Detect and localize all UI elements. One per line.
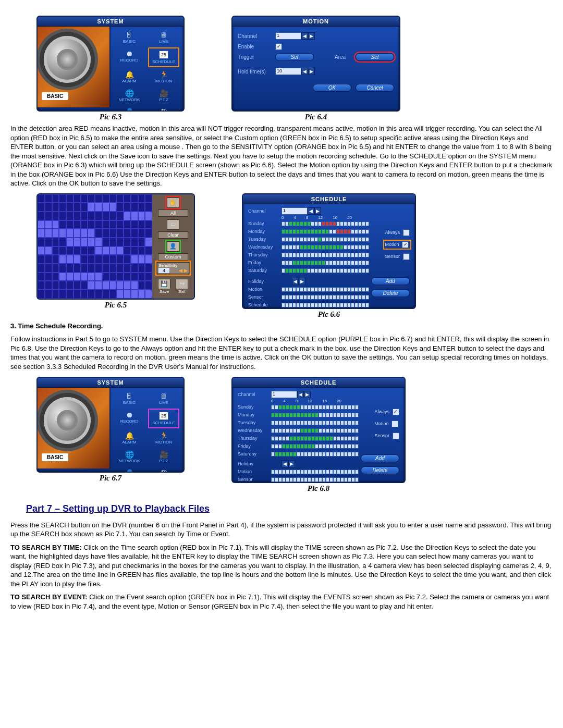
paragraph-motion-area: In the detection area RED means inactive…	[10, 124, 553, 188]
sensor-checkbox[interactable]	[393, 433, 399, 439]
custom-button[interactable]: Custom	[158, 253, 188, 261]
sys-schedule[interactable]: 25SCHEDULE	[148, 47, 179, 67]
sys-alarm[interactable]: 🔔ALARM	[114, 429, 145, 447]
holdtime-spinner[interactable]: ◀▶	[301, 68, 315, 75]
clear-button[interactable]: Clear	[158, 231, 188, 239]
enable-label: Enable	[238, 44, 275, 50]
caption-68: Pic 6.8	[308, 484, 330, 493]
schedule-grid-monday[interactable]	[282, 229, 369, 234]
holdtime-label: Hold time(s)	[238, 69, 275, 75]
trigger-label: Trigger	[238, 54, 275, 60]
holiday-spinner[interactable]: ◀▶	[292, 278, 305, 285]
sys-alarm[interactable]: 🔔ALARM	[114, 68, 145, 86]
paragraph-search-time: TO SEARCH BY TIME: Click on the Time sea…	[10, 543, 553, 589]
sched-channel-value[interactable]: 1	[282, 207, 308, 215]
schedule-grid-sunday[interactable]	[282, 221, 369, 226]
clear-icon[interactable]: ▭	[167, 219, 179, 230]
sys-record[interactable]: ⏺RECORD	[114, 47, 145, 65]
enable-checkbox[interactable]: ✓	[275, 43, 282, 50]
all-button[interactable]: All	[158, 209, 188, 217]
custom-icon[interactable]: 👤	[167, 241, 179, 252]
area-set-button[interactable]: Set	[356, 53, 394, 61]
sys-ptz[interactable]: 🎥P.T.Z	[148, 448, 179, 466]
system-preview: BASIC	[38, 27, 111, 107]
caption-64: Pic 6.4	[305, 113, 327, 121]
area-label: Area	[335, 54, 356, 60]
part7-heading: Part 7 – Setting up DVR to Playback File…	[26, 503, 553, 514]
motion-title: MOTION	[232, 17, 399, 27]
add-button[interactable]: Add	[361, 454, 399, 462]
caption-65: Pic 6.5	[105, 301, 127, 310]
exit-icon[interactable]: ↪	[176, 279, 188, 289]
sys-basic[interactable]: 🎚BASIC	[114, 390, 145, 408]
caption-67: Pic 6.7	[100, 474, 122, 483]
schedule-grid-tuesday[interactable]	[282, 237, 369, 242]
save-icon[interactable]: 💾	[158, 279, 170, 289]
schedule-grid-saturday[interactable]	[282, 268, 369, 273]
basic-banner: BASIC	[42, 92, 68, 100]
schedule-grid-friday[interactable]	[271, 444, 359, 449]
sys-basic[interactable]: 🎚BASIC	[114, 29, 145, 46]
system-panel-67: SYSTEM BASIC 🎚BASIC 🖥LIVE ⏺RECORD 25SCHE…	[36, 377, 185, 473]
schedule-grid-monday[interactable]	[271, 413, 359, 417]
sys-motion[interactable]: 🏃MOTION	[148, 429, 179, 447]
channel-label: Channel	[238, 33, 275, 39]
channel-spinner[interactable]: ◀▶	[301, 32, 315, 40]
schedule-grid-thursday[interactable]	[271, 436, 359, 441]
paragraph-search-event: TO SEARCH BY EVENT: Click on the Event s…	[10, 593, 553, 611]
sys-network[interactable]: 🌐NETWORK	[114, 448, 145, 466]
trigger-set-button[interactable]: Set	[275, 53, 314, 61]
sys-user[interactable]: 👤USER	[114, 467, 145, 473]
sys-user[interactable]: 👤USER	[114, 106, 145, 112]
heading-time-schedule: 3. Time Schedule Recording.	[10, 322, 103, 330]
always-checkbox[interactable]	[403, 229, 410, 236]
motion-detection-grid[interactable]	[38, 194, 152, 299]
sensitivity-box[interactable]: Sensitivity 4◀ ▶	[157, 262, 189, 274]
schedule-grid-sunday[interactable]	[271, 405, 359, 410]
sys-live[interactable]: 🖥LIVE	[148, 390, 179, 408]
sys-motion[interactable]: 🏃MOTION	[148, 68, 179, 86]
schedule-grid-wednesday[interactable]	[271, 428, 359, 433]
always-checkbox[interactable]: ✓	[393, 409, 399, 415]
schedule-panel-66: SCHEDULE Channel 1 ◀▶ 048121620 SundayMo…	[242, 193, 416, 309]
channel-value[interactable]: 1	[275, 32, 301, 40]
motion-ok-button[interactable]: OK	[313, 84, 351, 92]
all-icon[interactable]: ✋	[167, 198, 179, 208]
holdtime-value[interactable]: 10	[275, 68, 301, 75]
sys-ptz[interactable]: 🎥P.T.Z	[148, 87, 179, 105]
paragraph-search-intro: Press the SEARCH button on the DVR (numb…	[10, 521, 553, 539]
motion-grid-panel-65: ✋ All ▭ Clear 👤 Custom Sensitivity 4◀ ▶ …	[36, 193, 195, 300]
sys-record[interactable]: ⏺RECORD	[114, 409, 145, 426]
sys-schedule[interactable]: 25SCHEDULE	[148, 409, 179, 428]
sys-network[interactable]: 🌐NETWORK	[114, 87, 145, 105]
caption-66: Pic 6.6	[318, 310, 340, 319]
system-panel-63: SYSTEM BASIC 🎚BASIC 🖥LIVE ⏺RECORD 25SCHE…	[36, 16, 185, 112]
motion-checkbox[interactable]: ✓	[402, 241, 409, 248]
sensor-checkbox[interactable]	[403, 253, 410, 260]
schedule-grid-saturday[interactable]	[271, 452, 359, 456]
delete-button[interactable]: Delete	[361, 466, 399, 474]
schedule-grid-tuesday[interactable]	[271, 421, 359, 425]
sys-tools[interactable]: 🛠TOOLS	[148, 106, 179, 112]
paragraph-time-schedule: Follow instructions in Part 5 to go to S…	[10, 335, 553, 371]
schedule-panel-68: SCHEDULE Channel 1 ◀▶ 048121620 SundayMo…	[231, 377, 406, 483]
sys-live[interactable]: 🖥LIVE	[148, 29, 179, 46]
sched-channel-spinner[interactable]: ◀▶	[308, 207, 321, 215]
caption-63: Pic 6.3	[100, 113, 122, 121]
sys-tools[interactable]: 🛠TOOLS	[148, 467, 179, 473]
schedule-hours: 048121620	[282, 215, 410, 220]
sched-channel-label: Channel	[248, 208, 282, 214]
schedule-grid-friday[interactable]	[282, 261, 369, 265]
schedule-grid-wednesday[interactable]	[282, 245, 369, 250]
add-button[interactable]: Add	[371, 277, 410, 285]
motion-checkbox[interactable]	[391, 421, 398, 427]
delete-button[interactable]: Delete	[371, 289, 410, 297]
schedule-grid-thursday[interactable]	[282, 253, 369, 257]
schedule-title: SCHEDULE	[243, 194, 415, 204]
system-title: SYSTEM	[38, 17, 183, 27]
motion-cancel-button[interactable]: Cancel	[356, 84, 394, 92]
motion-panel-64: MOTION Channel 1 ◀▶ Enable ✓ Trigger Set…	[231, 16, 400, 112]
